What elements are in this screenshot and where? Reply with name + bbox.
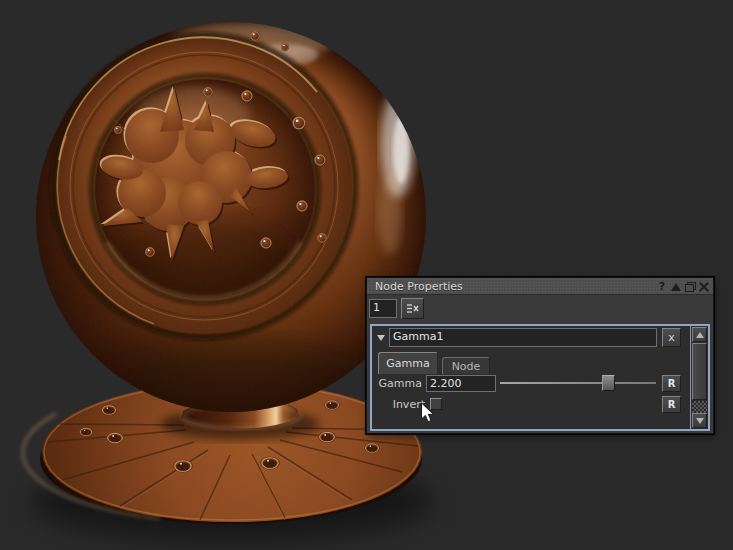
remove-node-button[interactable]: x: [662, 328, 681, 347]
scroll-up-button[interactable]: [692, 327, 707, 342]
viewport: Node Properties ? 1 Gamma1 x Gamma Node: [0, 0, 733, 550]
invert-reset-button[interactable]: R: [662, 396, 681, 413]
rollup-icon[interactable]: [670, 280, 682, 293]
invert-label: Invert: [372, 398, 425, 411]
material-preview-render: [0, 0, 733, 550]
arrow-down-icon: [696, 418, 704, 424]
list-delete-icon: [406, 303, 419, 314]
close-icon[interactable]: [698, 280, 710, 293]
gamma-label: Gamma: [372, 377, 422, 390]
node-list-scrollbar[interactable]: [690, 326, 708, 429]
tab-node[interactable]: Node: [442, 357, 490, 374]
collapse-node-icon[interactable]: [377, 335, 385, 341]
node-name-field[interactable]: Gamma1: [389, 328, 657, 347]
help-icon[interactable]: ?: [656, 280, 668, 293]
window-title: Node Properties: [375, 280, 463, 293]
gamma-reset-button[interactable]: R: [662, 375, 681, 392]
scroll-down-button[interactable]: [692, 413, 707, 428]
scrollbar-thumb[interactable]: [692, 343, 707, 400]
mouse-cursor: [420, 402, 435, 424]
restore-window-icon[interactable]: [684, 280, 696, 293]
tab-gamma[interactable]: Gamma: [378, 352, 438, 374]
gamma-value-field[interactable]: 2.200: [426, 375, 496, 392]
gamma-slider-track[interactable]: [500, 382, 656, 384]
scrollbar-track[interactable]: [692, 401, 707, 413]
selection-index-field[interactable]: 1: [369, 299, 397, 318]
window-titlebar[interactable]: Node Properties ?: [367, 278, 713, 295]
arrow-up-icon: [696, 332, 704, 338]
node-properties-window: Node Properties ? 1 Gamma1 x Gamma Node: [366, 277, 714, 434]
gamma-slider-handle[interactable]: [602, 375, 615, 391]
clear-nodes-button[interactable]: [401, 298, 424, 319]
